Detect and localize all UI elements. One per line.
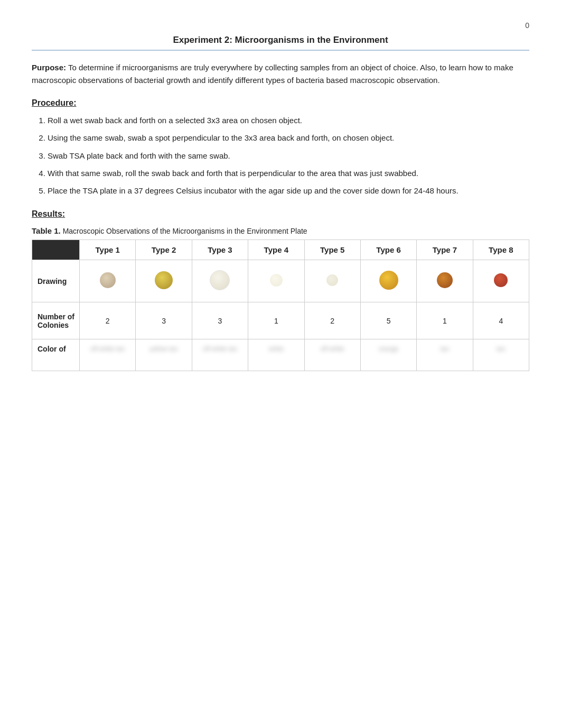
drawing-cell-5 [304, 260, 360, 302]
color-row-header: Color of [32, 339, 80, 371]
list-item: With that same swab, roll the swab back … [48, 167, 529, 179]
drawing-row: Drawing [32, 260, 529, 302]
color-cell-7: tan [417, 339, 473, 371]
drawing-row-header: Drawing [32, 260, 80, 302]
list-item: Roll a wet swab back and forth on a sele… [48, 114, 529, 126]
num-cell-6: 5 [360, 302, 416, 339]
table-col-type7: Type 7 [417, 240, 473, 260]
table-col-type5: Type 5 [304, 240, 360, 260]
observations-table: Type 1 Type 2 Type 3 Type 4 Type 5 Type … [32, 239, 529, 371]
color-cell-4: white [248, 339, 304, 371]
num-cell-4: 1 [248, 302, 304, 339]
table-col-type2: Type 2 [136, 240, 192, 260]
page-title: Experiment 2: Microorganisms in the Envi… [32, 35, 529, 45]
color-cell-6: orange [360, 339, 416, 371]
drawing-cell-3 [192, 260, 248, 302]
results-header: Results: [32, 209, 529, 219]
num-cell-1: 2 [80, 302, 136, 339]
drawing-cell-6 [360, 260, 416, 302]
number-colonies-row: Number of Colonies 2 3 3 1 2 5 1 4 [32, 302, 529, 339]
table-col-type8: Type 8 [473, 240, 529, 260]
num-cell-2: 3 [136, 302, 192, 339]
table-caption: Table 1. Macroscopic Observations of the… [32, 226, 529, 235]
procedure-list: Roll a wet swab back and forth on a sele… [48, 114, 529, 197]
procedure-header: Procedure: [32, 98, 529, 108]
num-cell-3: 3 [192, 302, 248, 339]
table-header-empty [32, 240, 80, 260]
page-number: 0 [32, 21, 529, 30]
color-row: Color of off-white tan yellow tan off-wh… [32, 339, 529, 371]
drawing-cell-4 [248, 260, 304, 302]
title-section: Experiment 2: Microorganisms in the Envi… [32, 35, 529, 51]
number-colonies-header: Number of Colonies [32, 302, 80, 339]
table-col-type3: Type 3 [192, 240, 248, 260]
table-col-type1: Type 1 [80, 240, 136, 260]
purpose-block: Purpose: To determine if microorganisms … [32, 61, 529, 87]
drawing-cell-1 [80, 260, 136, 302]
list-item: Using the same swab, swab a spot perpend… [48, 132, 529, 144]
list-item: Swab TSA plate back and forth with the s… [48, 150, 529, 162]
color-cell-5: off-white [304, 339, 360, 371]
drawing-cell-8 [473, 260, 529, 302]
color-cell-1: off-white tan [80, 339, 136, 371]
color-cell-3: off-white tan [192, 339, 248, 371]
purpose-label: Purpose: [32, 63, 66, 72]
list-item: Place the TSA plate in a 37 degrees Cels… [48, 185, 529, 197]
num-cell-7: 1 [417, 302, 473, 339]
table-col-type6: Type 6 [360, 240, 416, 260]
num-cell-5: 2 [304, 302, 360, 339]
drawing-cell-2 [136, 260, 192, 302]
drawing-cell-7 [417, 260, 473, 302]
purpose-text: To determine if microorganisms are truly… [32, 63, 513, 85]
color-cell-2: yellow tan [136, 339, 192, 371]
color-cell-8: tan [473, 339, 529, 371]
table-col-type4: Type 4 [248, 240, 304, 260]
num-cell-8: 4 [473, 302, 529, 339]
